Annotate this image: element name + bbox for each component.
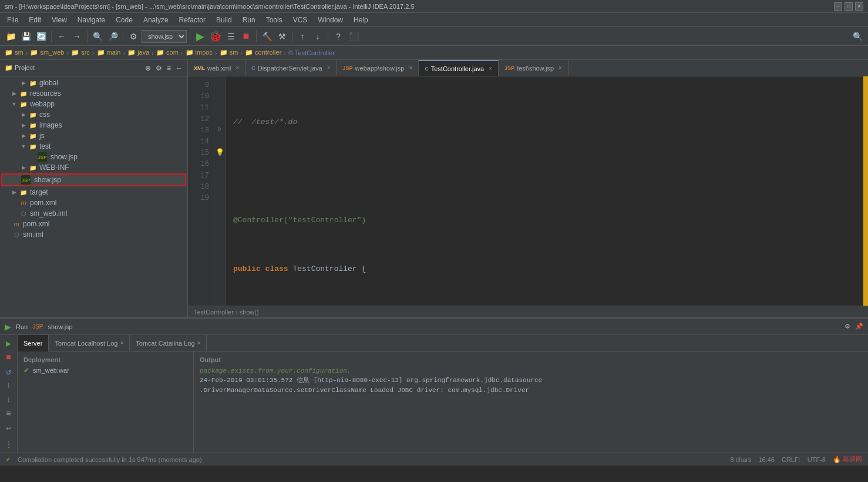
tab-close-test-show[interactable]: × [559,65,562,71]
tab-tomcat-localhost-close[interactable]: × [120,340,123,346]
menu-navigate[interactable]: Navigate [73,15,110,25]
tab-label-test-show: test\show.jsp [517,65,554,72]
run-stop-btn[interactable]: ■ [2,352,15,363]
toolbar-back[interactable]: ← [55,29,69,43]
breadcrumb-sm[interactable]: 📁 sm [5,49,23,56]
breadcrumb-com[interactable]: 📁 com [156,49,179,56]
code-comment-9: // /test/*.do [233,116,297,129]
tree-item-js[interactable]: ▶ 📁 js [0,130,187,141]
tab-tomcat-catalina[interactable]: Tomcat Catalina Log × [130,335,207,352]
tab-tomcat-catalina-close[interactable]: × [197,340,201,346]
maximize-button[interactable]: □ [845,2,853,11]
run-wrap-btn[interactable]: ↩ [2,422,15,434]
toolbar-run-config[interactable]: ⚙ [126,29,140,43]
tree-item-css[interactable]: ▶ 📁 css [0,109,187,120]
tree-item-smwebiml[interactable]: ⬡ sm_web.iml [0,208,187,219]
tree-item-global[interactable]: ▶ 📁 global [0,78,187,88]
tree-item-webapp[interactable]: ▼ 📁 webapp [0,99,187,109]
toolbar-build2[interactable]: ⚒ [275,29,289,43]
close-button[interactable]: × [855,2,863,11]
tab-close-webapp-show[interactable]: × [409,65,412,71]
tab-webxml[interactable]: XML web.xml × [188,60,245,76]
breadcrumb-main[interactable]: 📁 main [97,49,121,56]
run-down-btn[interactable]: ↓ [2,394,15,406]
menu-build[interactable]: Build [211,15,237,25]
tree-item-images[interactable]: ▶ 📁 images [0,120,187,130]
tree-item-webinf[interactable]: ▶ 📁 WEB-INF [0,162,187,173]
tab-tomcat-localhost[interactable]: Tomcat Localhost Log × [49,335,130,352]
gutter-bulb-line16[interactable]: 💡 [214,147,226,159]
menu-code[interactable]: Code [111,15,137,25]
toolbar-forward[interactable]: → [70,29,84,43]
run-start-btn[interactable]: ▶ [2,337,15,349]
tree-item-pomxml[interactable]: m pom.xml [0,198,187,208]
sidebar-icon4[interactable]: ← [176,64,183,72]
menu-view[interactable]: View [47,15,72,25]
run-up-btn[interactable]: ↑ [2,380,15,391]
menu-help[interactable]: Help [349,15,373,25]
toolbar-help[interactable]: ? [331,29,345,43]
deployment-header: Deployment [18,355,193,364]
scroll-marker-strip [863,76,868,306]
toolbar-terminal[interactable]: ⬛ [346,29,361,43]
tab-close-testcontroller[interactable]: × [489,65,492,72]
window-controls[interactable]: − □ × [834,2,863,11]
tab-testcontroller[interactable]: C TestController.java × [419,60,499,76]
toolbar-find[interactable]: 🔍 [90,29,105,43]
toolbar-coverage[interactable]: ☰ [224,29,238,43]
iml-icon-smweb: ⬡ [19,209,28,218]
breadcrumb-imooc[interactable]: 📁 imooc [186,49,213,56]
toolbar-search[interactable]: 🔍 [850,29,864,43]
sidebar-icon2[interactable]: ⚙ [156,64,162,72]
toolbar-vcs2[interactable]: ↓ [311,29,325,43]
sidebar-icon1[interactable]: ⊕ [145,64,151,72]
tree-item-test[interactable]: ▼ 📁 test [0,141,187,152]
tab-test-showjsp[interactable]: JSP test\show.jsp × [499,60,568,76]
breadcrumb-src[interactable]: 📁 src [71,49,90,56]
breadcrumb-controller[interactable]: 📁 controller [245,49,281,56]
tab-server[interactable]: Server [18,335,49,352]
run-restart-btn[interactable]: ↺ [2,366,15,377]
tree-item-pomxml-root[interactable]: m pom.xml [0,219,187,229]
code-content[interactable]: // /test/*.do @Controller("testControlle… [226,76,868,306]
sidebar-icon3[interactable]: ≡ [167,64,171,72]
toolbar-stop-button[interactable]: ■ [239,29,253,43]
tab-close-webxml[interactable]: × [235,65,239,71]
breadcrumb-sm-web[interactable]: 📁 sm_web [30,49,64,56]
tab-dispatcherservlet[interactable]: C DispatcherServlet.java × [245,60,337,76]
tab-webapp-showjsp[interactable]: JSP webapp\show.jsp × [337,60,419,76]
breadcrumb-sm2[interactable]: 📁 sm [220,49,238,56]
toolbar-debug-button[interactable]: 🐞 [208,29,223,43]
toolbar-build[interactable]: 🔨 [260,29,274,43]
breadcrumb-java[interactable]: 📁 java [127,49,149,56]
menu-tools[interactable]: Tools [261,15,287,25]
tab-close-dispatcher[interactable]: × [327,65,331,71]
bottom-pin-icon[interactable]: 📌 [855,323,863,330]
menu-run[interactable]: Run [238,15,260,25]
gutter-breakpoint-line14[interactable]: ▷ [214,123,226,135]
tree-item-showjsp-root[interactable]: JSP show.jsp [1,173,186,186]
tree-item-smiml[interactable]: ⬡ sm.iml [0,229,187,240]
toolbar-project-icon[interactable]: 📁 [4,29,18,43]
toolbar-vcs[interactable]: ↑ [295,29,309,43]
bottom-settings-icon[interactable]: ⚙ [845,323,850,330]
toolbar-sync[interactable]: 🔄 [34,29,48,43]
tree-item-test-showjsp[interactable]: JSP show.jsp [0,152,187,162]
tree-item-target[interactable]: ▶ 📁 target [0,187,187,198]
menu-refactor[interactable]: Refactor [174,15,210,25]
toolbar-replace[interactable]: 🔎 [106,29,120,43]
toolbar-save[interactable]: 💾 [19,29,33,43]
toolbar-run-button[interactable]: ▶ [193,29,207,43]
menu-file[interactable]: File [2,15,23,25]
code-editor[interactable]: 9 10 11 12 13 14 15 16 17 18 19 ▷ 💡 [188,76,868,306]
run-filter-btn[interactable]: ≡ [2,408,15,420]
tree-item-resources[interactable]: ▶ 📁 resources [0,88,187,99]
menu-analyze[interactable]: Analyze [139,15,173,25]
minimize-button[interactable]: − [834,2,842,11]
breadcrumb-testcontroller[interactable]: © TestController [288,49,335,56]
menu-vcs[interactable]: VCS [288,15,312,25]
run-more-btn[interactable]: ⋮ [2,439,15,450]
menu-window[interactable]: Window [313,15,348,25]
menu-edit[interactable]: Edit [24,15,46,25]
run-config-select[interactable]: show.jsp [142,30,187,43]
